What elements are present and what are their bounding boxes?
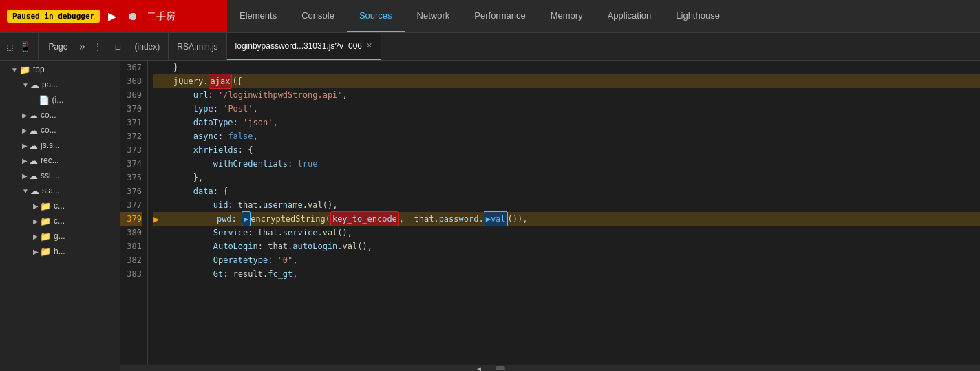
tree-item-ssl[interactable]: ▶ ☁ ssl.... — [0, 168, 120, 183]
line-num-378: 379 — [120, 212, 142, 226]
line-num-369: 369 — [120, 88, 142, 102]
tree-label: g... — [54, 231, 65, 241]
code-line-369: url : '/loginwithpwdStrong.api' , — [153, 88, 980, 102]
tree-label: top — [33, 65, 45, 74]
expand-arrow: ▶ — [33, 233, 39, 240]
horizontal-scrollbar[interactable]: ◀ — [120, 365, 980, 371]
debug-arrow-icon: ▶ — [153, 212, 159, 226]
line-num-368: 368 — [120, 74, 142, 88]
tab-sources[interactable]: Sources — [347, 0, 405, 32]
code-line-367: } — [153, 61, 980, 74]
key-highlight: key_to_encode — [330, 211, 399, 226]
spacer — [33, 96, 37, 104]
folder-icon: 📁 — [40, 246, 51, 257]
tree-label: js.s... — [41, 140, 60, 150]
code-line-381: Operatetype : "0" , — [153, 253, 980, 267]
file-icon: 📄 — [39, 95, 50, 105]
more-icon[interactable]: » — [74, 39, 89, 54]
tree-item-g[interactable]: ▶ 📁 g... — [0, 229, 120, 244]
tree-item-co2[interactable]: ▶ ☁ co... — [0, 123, 120, 138]
code-line-368: jQuery . ajax ({ — [153, 74, 980, 88]
tree-item-rec[interactable]: ▶ ☁ rec... — [0, 153, 120, 168]
close-tab-icon[interactable]: ✕ — [366, 41, 372, 50]
folder-icon: 📁 — [40, 231, 51, 242]
tree-item-c2[interactable]: ▶ 📁 c... — [0, 213, 120, 229]
expand-arrow: ▶ — [22, 127, 28, 134]
tree-label: h... — [54, 246, 65, 256]
line-num-370: 370 — [120, 102, 142, 116]
line-num-371: 371 — [120, 116, 142, 129]
menu-icon[interactable]: ⋮ — [91, 41, 105, 53]
tree-label: co... — [41, 110, 56, 120]
line-num-375: 375 — [120, 171, 142, 184]
tree-label: ssl.... — [41, 171, 60, 180]
line-num-379: 380 — [120, 226, 142, 240]
line-num-382: 383 — [120, 267, 142, 281]
tab-performance[interactable]: Performance — [462, 0, 537, 32]
tree-item-co1[interactable]: ▶ ☁ co... — [0, 107, 120, 123]
expand-arrow: ▶ — [33, 218, 39, 225]
tree-item-pa[interactable]: ▼ ☁ pa... — [0, 77, 120, 92]
tab-console[interactable]: Console — [289, 0, 347, 32]
file-tree: ▼ 📁 top ▼ ☁ pa... 📄 (i... ▶ ☁ co... ▶ ☁ … — [0, 61, 120, 371]
expand-arrow: ▶ — [22, 112, 28, 119]
tree-label: c... — [54, 216, 65, 226]
code-editor: 367 368 369 370 371 372 373 374 375 376 … — [120, 61, 980, 371]
line-num-367: 367 — [120, 61, 142, 74]
line-num-373: 373 — [120, 143, 142, 157]
tab-network[interactable]: Network — [405, 0, 462, 32]
devtools-mobile-icon[interactable]: 📱 — [17, 40, 34, 54]
expand-arrow: ▼ — [22, 81, 29, 89]
cloud-icon: ☁ — [29, 156, 38, 166]
line-num-380: 381 — [120, 240, 142, 253]
tab-memory[interactable]: Memory — [538, 0, 595, 32]
resume-button[interactable]: ▶ — [105, 8, 119, 24]
bookmark-icon: ⊟ — [115, 41, 120, 52]
record-button[interactable]: ⏺ — [125, 9, 141, 24]
code-line-372: async : false , — [153, 129, 980, 143]
file-tab-index[interactable]: (index) — [127, 33, 169, 60]
page-button[interactable]: Page — [43, 39, 73, 54]
code-line-379: Service : that. service . val (), — [153, 226, 980, 240]
code-line-375: }, — [153, 171, 980, 184]
tab-application[interactable]: Application — [595, 0, 664, 32]
devtools-cursor-icon[interactable]: ⬚ — [4, 40, 15, 54]
val-highlight: ▶val — [484, 211, 508, 226]
cloud-icon: ☁ — [29, 125, 38, 136]
scroll-left-icon[interactable]: ◀ — [477, 365, 481, 372]
tree-item-jss[interactable]: ▶ ☁ js.s... — [0, 138, 120, 153]
file-tabs: ⊟ (index) RSA.min.js loginbypassword...3… — [109, 33, 980, 61]
tree-item-top[interactable]: ▼ 📁 top — [0, 62, 120, 77]
expand-arrow: ▶ — [22, 157, 28, 165]
scroll-thumb[interactable] — [496, 366, 505, 370]
code-line-377: uid : that. username . val (), — [153, 198, 980, 212]
cloud-icon: ☁ — [29, 110, 38, 120]
tree-label: (i... — [52, 95, 64, 105]
file-tab-rsa[interactable]: RSA.min.js — [169, 33, 226, 60]
line-num-372: 372 — [120, 129, 142, 143]
folder-icon: 📁 — [40, 216, 51, 226]
code-line-370: type : 'Post' , — [153, 102, 980, 116]
code-line-380: AutoLogin : that. autoLogin . val (), — [153, 240, 980, 253]
line-num-381: 382 — [120, 253, 142, 267]
folder-icon: 📁 — [19, 65, 30, 75]
expand-arrow: ▼ — [11, 66, 18, 74]
tree-item-index[interactable]: 📄 (i... — [0, 92, 120, 107]
code-lines: 367 368 369 370 371 372 373 374 375 376 … — [120, 61, 980, 365]
code-line-374: withCredentials : true — [153, 157, 980, 171]
tree-item-h[interactable]: ▶ 📁 h... — [0, 244, 120, 259]
tab-elements[interactable]: Elements — [227, 0, 289, 32]
line-numbers: 367 368 369 370 371 372 373 374 375 376 … — [120, 61, 148, 365]
expand-arrow: ▶ — [33, 202, 39, 210]
tab-lighthouse[interactable]: Lighthouse — [663, 0, 732, 32]
tree-label: rec... — [41, 156, 59, 165]
cloud-icon: ☁ — [30, 80, 39, 90]
cloud-icon: ☁ — [30, 186, 39, 196]
paused-banner: Paused in debugger ▶ ⏺ 二手房 — [0, 0, 227, 32]
site-label: 二手房 — [147, 10, 175, 23]
paused-badge: Paused in debugger — [7, 10, 100, 23]
file-tab-loginbypassword[interactable]: loginbypassword...31031.js?v=006 ✕ — [227, 33, 381, 60]
tree-item-sta[interactable]: ▼ ☁ sta... — [0, 183, 120, 198]
tree-label: co... — [41, 125, 56, 135]
tree-item-c1[interactable]: ▶ 📁 c... — [0, 198, 120, 213]
